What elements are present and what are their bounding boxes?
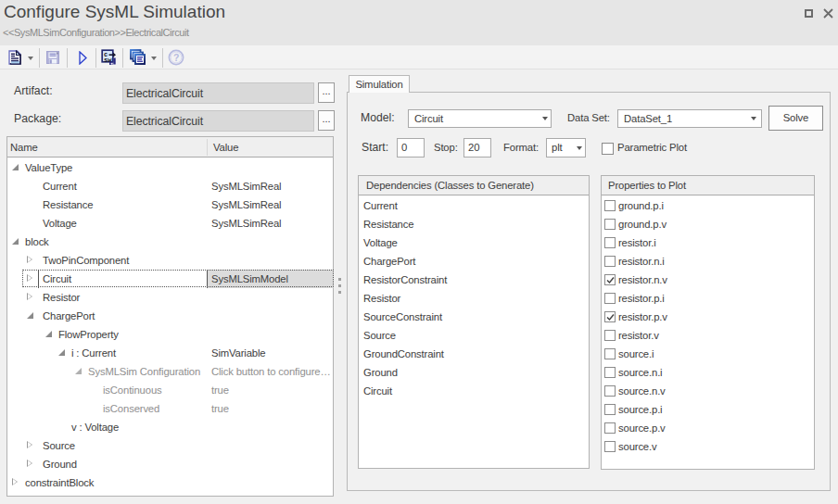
svg-text:?: ? bbox=[173, 52, 179, 63]
